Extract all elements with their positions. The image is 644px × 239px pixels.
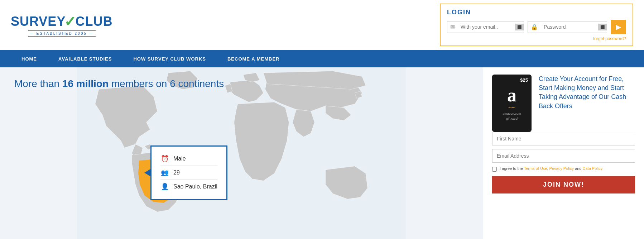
panel-inner: $25 a 〜〜 amazon.com gift card Create You… — [492, 75, 635, 132]
headline-suffix: members on 6 continents — [109, 78, 224, 89]
popup-gender-row: ⏰ Male — [160, 152, 217, 166]
signup-heading: Create Your Account for Free, Start Maki… — [539, 75, 635, 111]
login-submit-button[interactable]: ▶ — [611, 20, 626, 34]
main-content: More than 16 million members on 6 contin… — [0, 67, 644, 239]
popup-age-row: 👥 29 — [160, 166, 217, 180]
signup-panel: $25 a 〜〜 amazon.com gift card Create You… — [483, 67, 644, 239]
logo-survey: SURVEY — [11, 14, 66, 29]
headline-prefix: More than — [14, 78, 62, 89]
email-input[interactable] — [458, 22, 515, 32]
forgot-password-link[interactable]: forgot password? — [593, 36, 626, 41]
amazon-smile-icon: 〜〜 — [508, 105, 515, 110]
amazon-brand: amazon.com — [503, 112, 521, 115]
terms-row: I agree to the Terms of Use, Privacy Pol… — [492, 166, 635, 172]
terms-checkbox[interactable] — [492, 167, 497, 172]
login-fields: ✉ ⬛ 🔒 ⬛ ▶ — [447, 20, 626, 34]
terms-text: I agree to the Terms of Use, Privacy Pol… — [500, 166, 602, 171]
nav-become-member[interactable]: BECOME A MEMBER — [217, 50, 290, 67]
nav-how-it-works[interactable]: HOW SURVEY CLUB WORKS — [122, 50, 217, 67]
password-input[interactable] — [541, 22, 598, 32]
world-map — [0, 67, 483, 239]
forgot-password-link-area: forgot password? — [447, 36, 626, 41]
map-area: More than 16 million members on 6 contin… — [0, 67, 483, 239]
location-icon: 👤 — [160, 183, 169, 191]
terms-of-use-link[interactable]: Terms of Use — [524, 166, 547, 171]
panel-text: Create Your Account for Free, Start Maki… — [539, 75, 635, 116]
age-icon: 👥 — [160, 169, 169, 177]
join-now-button[interactable]: JOIN NOW! — [492, 176, 635, 193]
first-name-input[interactable] — [492, 132, 635, 145]
popup-location: Sao Paulo, Brazil — [173, 183, 217, 190]
popup-location-row: 👤 Sao Paulo, Brazil — [160, 180, 217, 193]
login-title: LOGIN — [447, 9, 626, 16]
email-field-group: ✉ ⬛ — [447, 21, 524, 33]
amazon-logo-letter: a — [507, 86, 516, 105]
data-policy-link[interactable]: Data Policy — [583, 166, 603, 171]
lock-icon: 🔒 — [528, 21, 541, 33]
login-box: LOGIN ✉ ⬛ 🔒 ⬛ ▶ forgot password? — [440, 4, 633, 46]
logo: SURVEY✓CLUB — ESTABLISHED 2005 — — [11, 13, 112, 37]
popup-gender: Male — [173, 156, 186, 162]
header: SURVEY✓CLUB — ESTABLISHED 2005 — LOGIN ✉… — [0, 0, 644, 50]
logo-established: — ESTABLISHED 2005 — — [28, 30, 96, 37]
logo-text: SURVEY✓CLUB — [11, 13, 112, 30]
main-nav: HOME AVAILABLE STUDIES HOW SURVEY CLUB W… — [0, 50, 644, 67]
nav-available-studies[interactable]: AVAILABLE STUDIES — [48, 50, 122, 67]
member-popup: ⏰ Male 👥 29 👤 Sao Paulo, Brazil — [150, 145, 227, 200]
password-toggle-icon[interactable]: ⬛ — [598, 24, 607, 30]
nav-home[interactable]: HOME — [11, 50, 48, 67]
password-field-group: 🔒 ⬛ — [528, 21, 607, 33]
privacy-policy-link[interactable]: Privacy Policy — [549, 166, 574, 171]
gender-icon: ⏰ — [160, 155, 169, 163]
logo-checkmark: ✓ — [64, 13, 77, 30]
map-headline: More than 16 million members on 6 contin… — [14, 78, 224, 90]
headline-bold: 16 million — [62, 78, 109, 89]
email-toggle-icon[interactable]: ⬛ — [515, 24, 524, 30]
amazon-amount: $25 — [520, 77, 528, 83]
email-address-input[interactable] — [492, 149, 635, 163]
email-icon: ✉ — [447, 21, 458, 33]
amazon-gift-card: $25 a 〜〜 amazon.com gift card — [492, 75, 532, 132]
logo-club: CLUB — [75, 14, 112, 29]
popup-age: 29 — [173, 169, 180, 176]
amazon-type: gift card — [506, 117, 518, 120]
